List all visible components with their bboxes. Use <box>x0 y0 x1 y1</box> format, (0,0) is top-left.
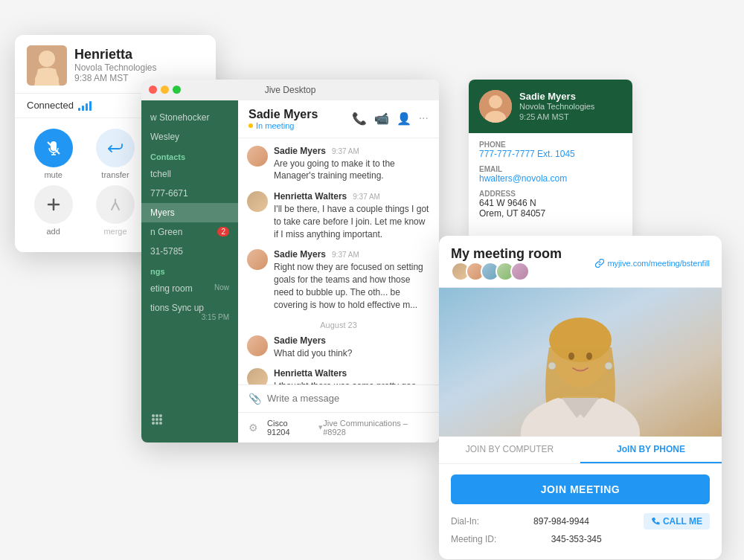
call-me-button[interactable]: CALL ME <box>644 513 710 530</box>
connected-badge: Connected <box>27 100 92 111</box>
svg-point-1 <box>39 51 55 67</box>
msg-content-1: Sadie Myers 9:37 AM Are you going to mak… <box>274 146 430 183</box>
svg-point-22 <box>159 414 162 417</box>
sidebar-item-myers[interactable]: Myers <box>141 203 238 222</box>
app-sidebar: w Stonehocker Wesley Contacts tchell 777… <box>141 100 238 442</box>
tab-join-computer[interactable]: JOIN BY COMPUTER <box>439 437 580 463</box>
chat-status: In meeting <box>248 121 318 130</box>
address-detail-label: Address <box>479 190 622 198</box>
tab-computer-label: JOIN BY COMPUTER <box>466 444 554 454</box>
chat-icons: 📞 📹 👤 ··· <box>352 112 429 126</box>
meeting-participant-5 <box>510 262 530 281</box>
transfer-button[interactable]: transfer <box>96 129 135 179</box>
meeting-id-label: Meeting ID: <box>451 534 496 544</box>
phone-info: Henrietta Novola Technologies 9:38 AM MS… <box>74 47 157 83</box>
phone-icon[interactable]: 📞 <box>352 112 367 126</box>
meeting-link[interactable]: myjive.com/meeting/bstenfill <box>595 259 710 268</box>
svg-point-38 <box>548 362 556 370</box>
contact-card: Sadie Myers Novola Technologies 9:25 AM … <box>469 80 632 241</box>
dial-in-label: Dial-In: <box>451 516 479 527</box>
scene: Henrietta Novola Technologies 9:38 AM MS… <box>15 20 729 541</box>
msg-sender-4: Sadie Myers <box>274 335 326 346</box>
transfer-label: transfer <box>101 170 129 179</box>
minimize-dot[interactable] <box>161 86 169 94</box>
sidebar-item-wesley[interactable]: Wesley <box>141 127 238 147</box>
merge-icon <box>96 185 135 224</box>
meeting-id-row: Meeting ID: 345-353-345 <box>451 534 710 544</box>
paperclip-icon: 📎 <box>248 393 261 405</box>
msg-avatar-henrietta-2 <box>247 368 268 384</box>
contact-card-detail: Phone 777-777-7777 Ext. 1045 Email hwalt… <box>469 133 632 232</box>
meeting-link-text: myjive.com/meeting/bstenfill <box>607 259 710 268</box>
msg-text-4: What did you think? <box>274 347 430 360</box>
sidebar-item-31-5785[interactable]: 31-5785 <box>141 242 238 261</box>
phone-detail-value: 777-777-7777 Ext. 1045 <box>479 149 622 159</box>
more-icon[interactable]: ··· <box>419 112 429 126</box>
message-5: Henrietta Walters I thought there was so… <box>247 368 430 384</box>
meeting-body: JOIN MEETING Dial-In: 897-984-9944 CALL … <box>439 464 722 559</box>
email-detail: Email hwalters@novola.com <box>479 165 622 184</box>
svg-point-25 <box>159 418 162 421</box>
chat-toolbar: ⚙ Cisco 91204 ▾ Jive Communications – #8… <box>238 412 439 442</box>
contact-avatar <box>479 90 512 123</box>
sidebar-item-meeting-room[interactable]: eting room Now <box>141 279 238 298</box>
msg-avatar-sadie-2 <box>247 249 268 270</box>
dial-in-row: Dial-In: 897-984-9944 CALL ME <box>451 513 710 530</box>
svg-point-37 <box>586 353 592 360</box>
sidebar-item-stonehocker[interactable]: w Stonehocker <box>141 108 238 127</box>
toolbar-left: ⚙ Cisco 91204 ▾ <box>248 419 323 437</box>
chat-input[interactable] <box>267 393 429 404</box>
email-detail-label: Email <box>479 165 622 173</box>
msg-time-1: 9:37 AM <box>332 147 359 155</box>
meeting-id-value: 345-353-345 <box>551 534 602 544</box>
line-info: Jive Communications – #8928 <box>323 419 429 437</box>
sidebar-item-sync[interactable]: tions Sync up 3:15 PM <box>141 298 238 326</box>
msg-text-1: Are you going to make it to the Manager'… <box>274 158 430 183</box>
sidebar-item-green[interactable]: n Green 2 <box>141 222 238 242</box>
dial-in-value: 897-984-9944 <box>533 516 589 527</box>
app-body: w Stonehocker Wesley Contacts tchell 777… <box>141 100 439 442</box>
mute-button[interactable]: mute <box>34 129 73 179</box>
add-button[interactable]: add <box>34 185 73 236</box>
close-dot[interactable] <box>149 86 157 94</box>
sidebar-item-phone[interactable]: 777-6671 <box>141 184 238 203</box>
msg-avatar-sadie <box>247 146 268 167</box>
caller-avatar <box>27 45 67 86</box>
msg-time-2: 9:37 AM <box>353 193 380 201</box>
maximize-dot[interactable] <box>173 86 181 94</box>
sidebar-item-tchell[interactable]: tchell <box>141 164 238 184</box>
contact-card-header: Sadie Myers Novola Technologies 9:25 AM … <box>469 80 632 133</box>
app-title: Jive Desktop <box>265 85 316 95</box>
caller-name: Henrietta <box>74 47 157 62</box>
merge-button[interactable]: merge <box>96 185 135 236</box>
apps-grid-icon[interactable] <box>150 413 164 426</box>
svg-point-21 <box>155 414 158 417</box>
titlebar-dots <box>149 86 181 94</box>
transfer-icon <box>96 129 135 167</box>
msg-sender-2: Henrietta Walters <box>274 191 347 202</box>
chat-input-bar: 📎 <box>238 384 439 412</box>
app-titlebar: Jive Desktop <box>141 80 439 100</box>
address-detail-value: 641 W 9646 NOrem, UT 84057 <box>479 198 622 219</box>
meeting-header-left: My meeting room <box>451 246 562 281</box>
meeting-avatars <box>451 262 562 281</box>
mute-icon <box>34 129 73 167</box>
merge-label: merge <box>103 227 126 236</box>
msg-text-3: Right now they are focused on setting go… <box>274 261 430 311</box>
tab-join-phone[interactable]: JoIN BY PHONE <box>580 437 722 463</box>
add-person-icon[interactable]: 👤 <box>397 112 411 126</box>
address-detail: Address 641 W 9646 NOrem, UT 84057 <box>479 190 622 219</box>
message-4: Sadie Myers What did you think? <box>247 335 430 360</box>
phone-small-icon <box>651 517 660 526</box>
contact-card-time: 9:25 AM MST <box>519 112 594 121</box>
svg-point-26 <box>152 422 155 425</box>
svg-point-39 <box>605 362 612 370</box>
video-icon[interactable]: 📹 <box>374 112 389 126</box>
message-2: Henrietta Walters 9:37 AM I'll be there,… <box>247 191 430 240</box>
msg-meta-3: Sadie Myers 9:37 AM <box>274 249 430 260</box>
settings-icon[interactable]: ⚙ <box>248 422 258 434</box>
caller-company: Novola Technologies <box>74 62 157 73</box>
join-meeting-button[interactable]: JOIN MEETING <box>451 474 710 504</box>
msg-sender-5: Henrietta Walters <box>274 368 347 379</box>
msg-meta-4: Sadie Myers <box>274 335 430 346</box>
